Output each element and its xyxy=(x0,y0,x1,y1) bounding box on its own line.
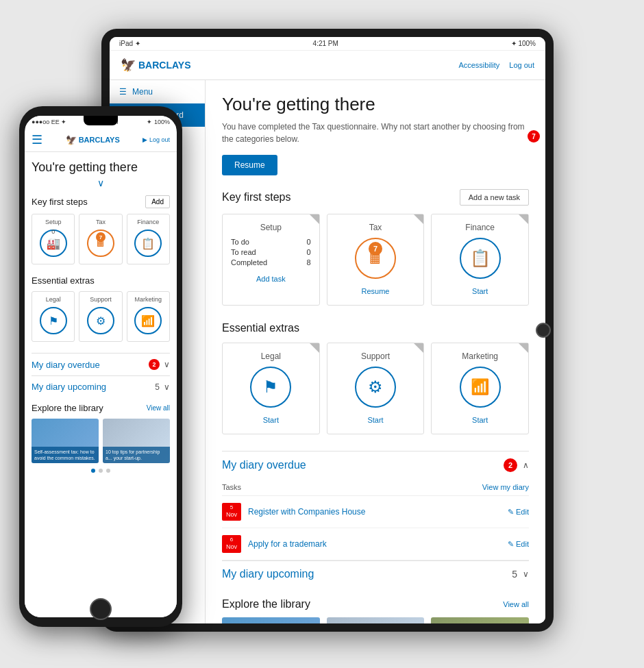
phone-marketing-card[interactable]: Marketing 📶 xyxy=(127,291,170,342)
essential-extras-cards: Legal ⚑ Start Support ⚙ Start xyxy=(222,343,529,434)
library-card-3[interactable]: Why the type of company you fo... + xyxy=(431,617,529,623)
phone-library-title: Explore the library xyxy=(32,403,103,413)
marketing-icon-circle: 📶 xyxy=(460,367,501,408)
phone-support-circle: ⚙ xyxy=(87,307,114,334)
task-1-name[interactable]: Register with Companies House xyxy=(248,507,501,517)
phone-library-section: Explore the library View all Self-assess… xyxy=(32,397,170,478)
library-title: Explore the library xyxy=(222,598,310,610)
phone-marketing-title: Marketing xyxy=(132,296,165,303)
phone-dot-1[interactable] xyxy=(91,469,95,473)
phone-chevron-down: ∨ xyxy=(32,177,170,188)
support-card[interactable]: Support ⚙ Start xyxy=(327,343,425,434)
task-2-day: 6 xyxy=(225,536,238,543)
upcoming-controls: 5 ∨ xyxy=(512,569,529,580)
phone-finance-circle: 📋 xyxy=(134,230,162,257)
phone-upcoming-header[interactable]: My diary upcoming 5 ∨ xyxy=(32,375,170,397)
diary-overdue-badge: 2 xyxy=(504,458,517,472)
resume-button[interactable]: Resume xyxy=(222,155,277,175)
phone-device: ●●●oo EE ✦ 4:21 PM ✦ 100% ☰ 🦅 BARCLAYS ▶… xyxy=(19,106,182,627)
view-my-diary-link[interactable]: View my diary xyxy=(482,483,529,491)
support-start-link[interactable]: Start xyxy=(367,416,383,424)
phone-content: You're getting there ∨ Key first steps A… xyxy=(25,152,177,617)
support-icon-circle: ⚙ xyxy=(355,367,396,408)
phone-diary-overdue-right: 2 ∨ xyxy=(149,359,170,370)
tablet-status-bar: iPad ✦ 4:21 PM ✦ 100% xyxy=(110,37,545,51)
phone-dot-2[interactable] xyxy=(99,469,103,473)
phone-setup-card[interactable]: Setup 🏭 0 xyxy=(32,214,75,264)
support-title: Support xyxy=(336,351,416,361)
view-all-link[interactable]: View all xyxy=(503,600,529,608)
completed-label: Completed xyxy=(231,258,267,267)
diary-upcoming-title: My diary upcoming xyxy=(222,568,314,580)
phone-lib-card-1[interactable]: Self-assessment tax: how to avoid the co… xyxy=(32,419,99,463)
phone-logout-link[interactable]: ▶ Log out xyxy=(143,136,170,143)
task-2-name[interactable]: Apply for a trademark xyxy=(248,539,501,549)
legal-card[interactable]: Legal ⚑ Start xyxy=(222,343,320,434)
add-task-link[interactable]: Add task xyxy=(256,275,286,283)
legal-start-link[interactable]: Start xyxy=(263,416,279,424)
finance-card[interactable]: Finance 📋 Start xyxy=(431,214,529,306)
phone-tax-card[interactable]: Tax 🖩 7 xyxy=(79,214,122,264)
phone-finance-card[interactable]: Finance 📋 xyxy=(127,214,170,264)
phone-menu-icon[interactable]: ☰ xyxy=(32,132,42,147)
add-new-task-button[interactable]: Add a new task xyxy=(460,189,529,206)
legal-title: Legal xyxy=(231,351,311,361)
phone-finance-title: Finance xyxy=(132,219,165,225)
setup-card[interactable]: Setup To do 0 To read 0 Complete xyxy=(222,214,320,306)
essential-extras-title: Essential extras xyxy=(222,322,299,334)
diary-overdue-controls: 2 ∧ xyxy=(504,458,529,472)
phone-setup-zero: 0 xyxy=(51,228,55,235)
diary-task-2: 6 Nov Apply for a trademark ✎ Edit xyxy=(222,528,529,560)
phone-eagle-icon: 🦅 xyxy=(66,135,77,145)
tablet-home-button[interactable] xyxy=(536,323,551,338)
phone-page-heading: You're getting there xyxy=(32,160,170,175)
marketing-start-link[interactable]: Start xyxy=(472,416,488,424)
card-corner xyxy=(310,343,319,353)
tax-resume-link[interactable]: Resume xyxy=(362,287,390,295)
task-1-edit-link[interactable]: ✎ Edit xyxy=(508,508,529,517)
library-card-1[interactable]: Self-assessment tax: how to avoi... + xyxy=(222,617,320,623)
finance-start-link[interactable]: Start xyxy=(472,287,488,295)
completed-value: 8 xyxy=(307,258,311,267)
phone-legal-card[interactable]: Legal ⚑ xyxy=(32,291,75,342)
phone-diary-overdue-section: My diary overdue 2 ∨ xyxy=(32,353,170,375)
my-diary-upcoming-header[interactable]: My diary upcoming 5 ∨ xyxy=(222,560,529,587)
phone-essential-extras-cards: Legal ⚑ Support ⚙ Marketing 📶 xyxy=(32,291,170,342)
toread-value: 0 xyxy=(307,248,311,256)
phone-diary-overdue-title: My diary overdue xyxy=(32,360,100,370)
tax-card[interactable]: Tax 🖩 7 Resume xyxy=(327,214,425,306)
tablet-nav-menu[interactable]: ☰ Menu xyxy=(110,80,205,103)
phone-support-card[interactable]: Support ⚙ xyxy=(79,291,122,342)
legal-icon-circle: ⚑ xyxy=(250,367,291,408)
phone-add-button[interactable]: Add xyxy=(145,195,170,208)
tablet-status-left: iPad ✦ xyxy=(119,40,140,47)
library-card-2[interactable]: 10 top tips for securing a successful pa… xyxy=(327,617,425,623)
phone-battery: ✦ 100% xyxy=(147,119,170,125)
phone-dot-3[interactable] xyxy=(106,469,110,473)
marketing-card[interactable]: Marketing 📶 Start xyxy=(431,343,529,434)
phone-diary-overdue-header[interactable]: My diary overdue 2 ∨ xyxy=(32,359,170,370)
tablet-battery: ✦ 100% xyxy=(511,40,536,47)
phone-library-dots xyxy=(32,469,170,473)
todo-value: 0 xyxy=(307,238,311,246)
tablet-main-content: You're getting there You have completed … xyxy=(206,80,545,623)
barclays-name: BARCLAYS xyxy=(138,60,191,71)
accessibility-link[interactable]: Accessibility xyxy=(458,61,499,69)
phone-home-button[interactable] xyxy=(90,598,112,620)
task-2-edit-link[interactable]: ✎ Edit xyxy=(508,540,529,549)
chevron-down-icon: ∨ xyxy=(523,569,529,579)
barclays-eagle-icon: 🦅 xyxy=(121,58,136,73)
phone-lib-card-2[interactable]: 10 top tips for partnership a... your st… xyxy=(103,419,170,463)
library-cards: Self-assessment tax: how to avoi... + 10… xyxy=(222,617,529,623)
phone-lib-card-2-text: 10 top tips for partnership a... your st… xyxy=(103,447,170,463)
phone-key-steps-title: Key first steps xyxy=(32,197,88,207)
phone-tax-badge: 7 xyxy=(96,232,106,242)
finance-icon-circle: 📋 xyxy=(460,238,501,279)
card-corner-icon xyxy=(310,214,319,224)
phone-notch xyxy=(84,116,118,125)
nav-notification-badge: 7 xyxy=(528,130,540,143)
my-diary-overdue-header[interactable]: My diary overdue 2 ∧ xyxy=(222,451,529,479)
todo-label: To do xyxy=(231,238,249,246)
phone-view-all-link[interactable]: View all xyxy=(147,404,170,412)
logout-link[interactable]: Log out xyxy=(509,61,534,69)
